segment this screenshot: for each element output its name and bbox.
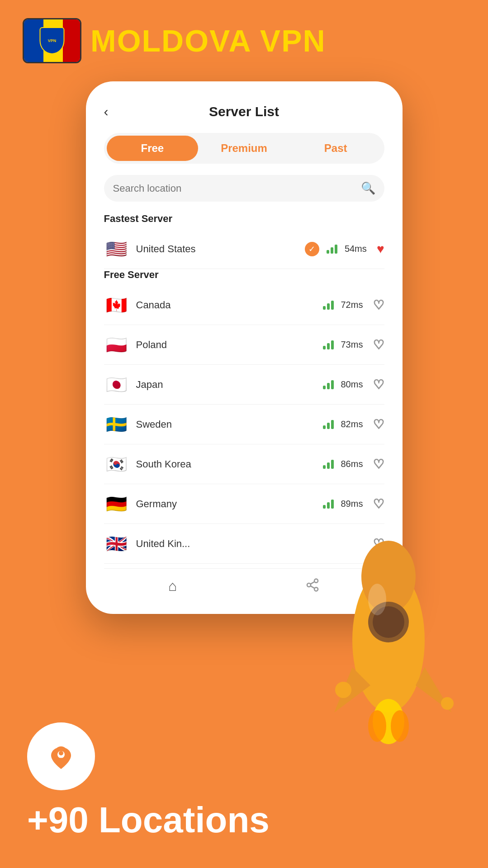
app-logo	[23, 18, 81, 63]
flag-us	[104, 236, 129, 261]
country-name-gb: United Kin...	[136, 538, 366, 550]
svg-line-3	[311, 586, 315, 588]
share-nav-icon[interactable]	[305, 578, 320, 596]
flag-de	[104, 491, 129, 516]
fastest-server-label: Fastest Server	[104, 213, 384, 225]
country-name-pl: Poland	[136, 339, 316, 351]
country-name-ca: Canada	[136, 299, 316, 311]
country-name-de: Germany	[136, 498, 316, 510]
svg-point-12	[368, 710, 386, 742]
ping-se: 82ms	[341, 419, 366, 429]
tab-free[interactable]: Free	[107, 136, 199, 161]
screen-header: ‹ Server List	[104, 104, 384, 119]
server-row-kr[interactable]: South Korea 86ms ♡	[104, 444, 384, 484]
signal-bars-us	[327, 245, 337, 254]
ping-us: 54ms	[345, 244, 370, 254]
favorite-gb[interactable]: ♡	[373, 536, 384, 551]
search-icon: 🔍	[361, 181, 375, 195]
back-button[interactable]: ‹	[104, 104, 109, 119]
svg-point-11	[373, 699, 404, 744]
favorite-ca[interactable]: ♡	[373, 297, 384, 312]
svg-line-4	[311, 582, 315, 584]
favorite-se[interactable]: ♡	[373, 417, 384, 432]
search-input[interactable]	[113, 183, 355, 194]
screen-title: Server List	[209, 104, 279, 119]
svg-marker-10	[416, 667, 452, 712]
selected-badge: ✓	[305, 242, 319, 256]
server-row-us[interactable]: United States ✓ 54ms ♥	[104, 229, 384, 269]
svg-point-20	[59, 751, 63, 755]
flag-jp	[104, 372, 129, 397]
app-title: MOLDOVA VPN	[90, 23, 326, 58]
server-row-gb[interactable]: United Kin... ♡	[104, 524, 384, 564]
flag-pl	[104, 332, 129, 357]
svg-point-0	[314, 579, 318, 583]
signal-bars-de	[323, 500, 334, 509]
server-row-jp[interactable]: Japan 80ms ♡	[104, 365, 384, 405]
country-name-jp: Japan	[136, 379, 316, 391]
signal-bars-kr	[323, 460, 334, 469]
server-row-ca[interactable]: Canada 72ms ♡	[104, 285, 384, 325]
bottom-section: +90 Locations	[27, 722, 270, 841]
flag-gb	[104, 531, 129, 556]
location-circle	[27, 722, 95, 790]
favorite-pl[interactable]: ♡	[373, 337, 384, 352]
flag-se	[104, 412, 129, 437]
location-icon	[43, 738, 79, 774]
svg-point-14	[335, 682, 351, 698]
tab-past[interactable]: Past	[290, 136, 382, 161]
server-row-de[interactable]: Germany 89ms ♡	[104, 484, 384, 524]
ping-kr: 86ms	[341, 459, 366, 469]
signal-bars-pl	[323, 340, 334, 349]
country-name-se: Sweden	[136, 419, 316, 430]
ping-jp: 80ms	[341, 379, 366, 390]
phone-mockup: ‹ Server List Free Premium Past 🔍 Fastes…	[86, 81, 403, 614]
app-header: MOLDOVA VPN	[0, 0, 488, 72]
locations-text: +90 Locations	[27, 799, 270, 841]
favorite-jp[interactable]: ♡	[373, 377, 384, 392]
search-bar: 🔍	[104, 175, 384, 202]
signal-bars-ca	[323, 301, 334, 310]
svg-marker-9	[334, 667, 370, 712]
flag-kr	[104, 452, 129, 476]
tab-bar: Free Premium Past	[104, 133, 384, 164]
svg-point-2	[314, 587, 318, 591]
svg-point-1	[307, 583, 311, 587]
signal-bars-se	[323, 420, 334, 429]
server-row-pl[interactable]: Poland 73ms ♡	[104, 325, 384, 365]
svg-point-15	[441, 697, 454, 710]
ping-ca: 72ms	[341, 300, 366, 310]
favorite-kr[interactable]: ♡	[373, 457, 384, 472]
ping-de: 89ms	[341, 499, 366, 509]
flag-ca	[104, 292, 129, 317]
country-name-us: United States	[136, 243, 298, 255]
favorite-de[interactable]: ♡	[373, 496, 384, 511]
bottom-nav: ⌂	[104, 568, 384, 600]
signal-bars-jp	[323, 380, 334, 389]
svg-point-13	[391, 710, 409, 742]
ping-pl: 73ms	[341, 340, 366, 350]
free-server-label: Free Server	[104, 269, 384, 281]
tab-premium[interactable]: Premium	[198, 136, 290, 161]
country-name-kr: South Korea	[136, 458, 316, 470]
home-nav-icon[interactable]: ⌂	[168, 578, 177, 596]
favorite-us[interactable]: ♥	[377, 242, 384, 256]
server-row-se[interactable]: Sweden 82ms ♡	[104, 405, 384, 444]
